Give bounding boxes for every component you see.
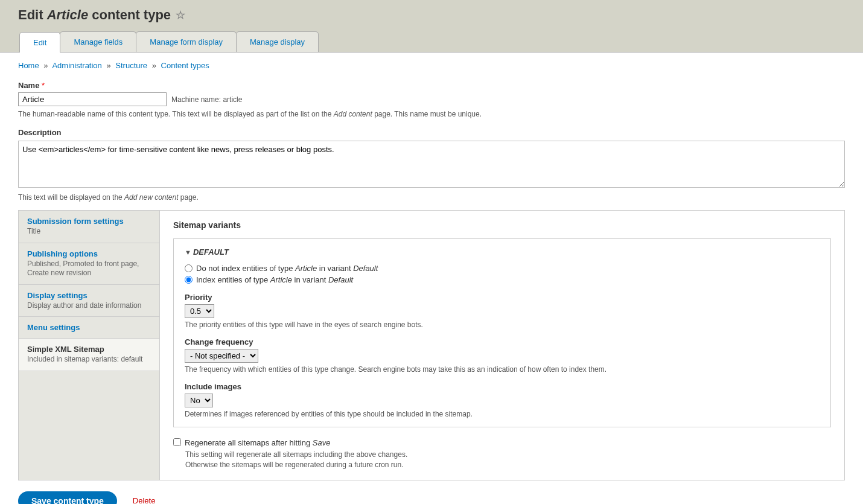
name-label: Name * xyxy=(18,81,845,90)
tab-manage-form-display[interactable]: Manage form display xyxy=(136,31,237,52)
regenerate-checkbox[interactable] xyxy=(173,438,181,446)
images-label: Include images xyxy=(185,382,820,391)
vtab-sub: Display author and date information xyxy=(27,301,151,311)
title-entity: Article xyxy=(47,7,88,22)
vertical-tabs-list: Submission form settings Title Publishin… xyxy=(19,211,160,480)
priority-select[interactable]: 0.5 xyxy=(185,304,214,318)
vtab-title: Menu settings xyxy=(27,323,151,332)
vtab-title: Simple XML Sitemap xyxy=(27,345,151,354)
save-button[interactable]: Save content type xyxy=(18,491,117,504)
tab-manage-display[interactable]: Manage display xyxy=(236,31,319,52)
description-label: Description xyxy=(18,128,845,137)
vtab-publishing-options[interactable]: Publishing options Published, Promoted t… xyxy=(19,243,159,285)
images-help: Determines if images referenced by entit… xyxy=(185,410,820,418)
vtab-title: Publishing options xyxy=(27,249,151,258)
changefreq-help: The frequency with which entities of thi… xyxy=(185,365,820,374)
delete-link[interactable]: Delete xyxy=(133,496,156,504)
page-title: Edit Article content type ☆ xyxy=(18,7,845,31)
priority-label: Priority xyxy=(185,293,820,302)
radio-no-index-input[interactable] xyxy=(185,264,193,272)
machine-name-label: Machine name: article xyxy=(171,95,242,104)
vertical-tabs-pane: Sitemap variants DEFAULT Do not index en… xyxy=(160,211,844,480)
vtab-menu-settings[interactable]: Menu settings xyxy=(19,317,159,339)
vtab-display-settings[interactable]: Display settings Display author and date… xyxy=(19,285,159,317)
breadcrumb-home[interactable]: Home xyxy=(18,61,39,70)
description-textarea[interactable]: Use <em>articles</em> for time-sensitive… xyxy=(18,141,845,188)
vtab-sub: Published, Promoted to front page, Creat… xyxy=(27,260,151,278)
primary-tabs: Edit Manage fields Manage form display M… xyxy=(19,31,845,52)
vtab-title: Display settings xyxy=(27,291,151,300)
title-suffix: content type xyxy=(88,7,171,22)
vertical-tabs: Submission form settings Title Publishin… xyxy=(18,210,845,480)
vtab-title: Submission form settings xyxy=(27,217,151,226)
changefreq-select[interactable]: - Not specified - xyxy=(185,349,258,363)
radio-index-input[interactable] xyxy=(185,276,193,284)
name-input[interactable] xyxy=(18,92,167,106)
vtab-sub: Title xyxy=(27,227,151,237)
pane-title: Sitemap variants xyxy=(173,220,831,230)
breadcrumb-content-types[interactable]: Content types xyxy=(161,61,209,70)
radio-no-index[interactable]: Do not index entities of type Article in… xyxy=(185,264,820,273)
breadcrumb: Home » Administration » Structure » Cont… xyxy=(18,61,845,70)
regenerate-help: This setting will regenerate all sitemap… xyxy=(185,450,831,470)
images-select[interactable]: No xyxy=(185,394,213,407)
details-summary[interactable]: DEFAULT xyxy=(185,247,820,257)
form-actions: Save content type Delete xyxy=(18,491,845,504)
priority-help: The priority entities of this type will … xyxy=(185,321,820,329)
vtab-simple-xml-sitemap[interactable]: Simple XML Sitemap Included in sitemap v… xyxy=(19,339,159,371)
variant-details: DEFAULT Do not index entities of type Ar… xyxy=(173,238,831,427)
breadcrumb-structure[interactable]: Structure xyxy=(115,61,147,70)
vtab-filler xyxy=(19,371,159,456)
breadcrumb-admin[interactable]: Administration xyxy=(52,61,101,70)
tab-manage-fields[interactable]: Manage fields xyxy=(60,31,136,52)
title-prefix: Edit xyxy=(18,7,47,22)
description-help: This text will be displayed on the Add n… xyxy=(18,193,845,202)
favorite-star-icon[interactable]: ☆ xyxy=(176,8,185,22)
changefreq-label: Change frequency xyxy=(185,337,820,346)
radio-index[interactable]: Index entities of type Article in varian… xyxy=(185,275,820,284)
vtab-sub: Included in sitemap variants: default xyxy=(27,355,151,365)
tab-edit[interactable]: Edit xyxy=(19,32,60,53)
vtab-submission-form[interactable]: Submission form settings Title xyxy=(19,211,159,243)
name-help: The human-readable name of this content … xyxy=(18,110,845,118)
regenerate-checkbox-row[interactable]: Regenerate all sitemaps after hitting Sa… xyxy=(173,438,831,447)
